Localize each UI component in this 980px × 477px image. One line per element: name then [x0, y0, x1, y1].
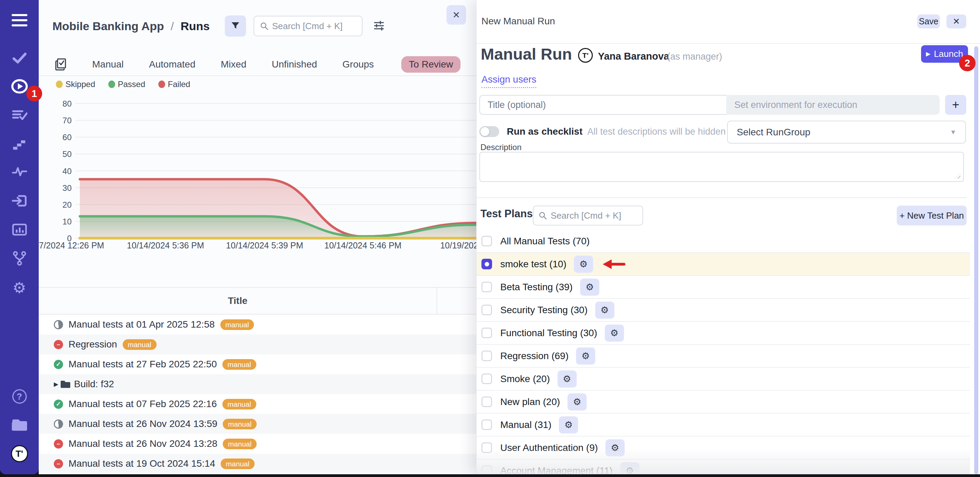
- expand-caret-icon[interactable]: ▶: [54, 381, 58, 388]
- sidebar: ⚙ ? T': [0, 0, 39, 474]
- run-table-row[interactable]: Manual tests at 01 Apr 2025 12:58manual: [39, 315, 476, 334]
- run-table-row[interactable]: –Manual tests at 26 Nov 2024 13:28manual: [39, 434, 476, 454]
- runs-play-icon[interactable]: [11, 78, 29, 95]
- test-plan-row[interactable]: Security Testing (30)⚙: [477, 299, 970, 322]
- test-plan-checkbox[interactable]: [481, 420, 492, 430]
- test-plans-icon[interactable]: [11, 106, 29, 124]
- chart-legend: SkippedPassedFailed: [56, 80, 190, 89]
- test-plan-settings-gear-icon[interactable]: ⚙: [605, 324, 624, 342]
- add-environment-button[interactable]: +: [945, 95, 966, 115]
- test-plan-row[interactable]: Regression (69)⚙: [477, 345, 970, 368]
- test-plan-checkbox[interactable]: [481, 396, 492, 407]
- test-plan-label: User Authentication (9): [500, 442, 598, 453]
- legend-item-failed[interactable]: Failed: [158, 80, 190, 89]
- filter-button[interactable]: [225, 16, 246, 37]
- test-plan-settings-gear-icon[interactable]: ⚙: [620, 462, 640, 475]
- environment-input[interactable]: [726, 95, 940, 115]
- test-plan-settings-gear-icon[interactable]: ⚙: [580, 278, 599, 296]
- run-table-row[interactable]: ✓Manual tests at 07 Feb 2025 22:16manual: [39, 394, 476, 414]
- view-settings-sliders-icon[interactable]: [372, 19, 386, 33]
- test-plan-label: smoke test (10): [500, 259, 566, 270]
- screen-bottom-strip: [0, 474, 980, 477]
- runs-panel-close-button[interactable]: ✕: [447, 5, 466, 25]
- test-plan-row[interactable]: New plan (20)⚙: [477, 391, 970, 413]
- tests-check-icon[interactable]: [11, 49, 29, 67]
- new-test-plan-button[interactable]: + New Test Plan: [897, 206, 967, 226]
- test-plan-checkbox[interactable]: [481, 351, 492, 361]
- tab-to-review[interactable]: To Review: [401, 56, 461, 73]
- run-as-checklist-toggle[interactable]: [479, 126, 499, 137]
- tab-unfinished[interactable]: Unfinished: [272, 59, 317, 70]
- projects-folder-icon[interactable]: [11, 416, 29, 434]
- test-plan-checkbox[interactable]: [481, 465, 492, 474]
- runs-panel: Mobile Banking App / Runs ✕ Manual Autom…: [39, 0, 476, 474]
- test-plans-search-input[interactable]: [550, 210, 638, 221]
- run-title-text: Manual tests at 26 Nov 2024 13:59: [68, 418, 217, 429]
- test-plan-label: Functional Testing (30): [500, 328, 597, 339]
- tab-automated[interactable]: Automated: [149, 59, 195, 70]
- app-logo[interactable]: T': [11, 445, 29, 463]
- analytics-icon[interactable]: [11, 221, 29, 238]
- breadcrumb-project[interactable]: Mobile Banking App: [52, 19, 164, 33]
- run-type-badge: manual: [220, 320, 254, 330]
- tab-manual[interactable]: Manual: [92, 59, 124, 70]
- run-table-row[interactable]: –Manual tests at 19 Oct 2024 15:14manual: [39, 454, 476, 474]
- run-table-row[interactable]: ✓Manual tests at 27 Feb 2025 22:50manual: [39, 354, 476, 374]
- test-plan-settings-gear-icon[interactable]: ⚙: [557, 370, 577, 388]
- test-plan-settings-gear-icon[interactable]: ⚙: [576, 347, 595, 365]
- test-plan-settings-gear-icon[interactable]: ⚙: [559, 417, 578, 434]
- rungroup-select[interactable]: Select RunGroup ▼: [727, 121, 966, 143]
- activity-pulse-icon[interactable]: [11, 163, 29, 181]
- svg-text:50: 50: [62, 149, 72, 159]
- test-plan-checkbox[interactable]: [481, 328, 492, 338]
- test-plan-settings-gear-icon[interactable]: ⚙: [606, 439, 625, 456]
- steps-icon[interactable]: [11, 135, 29, 153]
- test-plan-row[interactable]: Smoke (20)⚙: [477, 368, 970, 391]
- run-table-row[interactable]: ▶Build: f32: [39, 374, 476, 394]
- menu-icon[interactable]: [11, 11, 29, 29]
- test-plan-row[interactable]: Manual (31)⚙: [477, 413, 970, 437]
- run-title-input[interactable]: [479, 95, 729, 115]
- test-plan-row[interactable]: Beta Testing (39)⚙: [477, 276, 970, 299]
- test-plan-row[interactable]: Account Management (11)⚙: [477, 460, 970, 474]
- checklist-tab-icon[interactable]: [54, 58, 67, 71]
- test-plan-checkbox[interactable]: [481, 442, 492, 453]
- legend-item-passed[interactable]: Passed: [108, 80, 145, 89]
- test-plan-settings-gear-icon[interactable]: ⚙: [574, 256, 593, 273]
- breadcrumb-page: Runs: [181, 19, 210, 33]
- run-type-badge: manual: [223, 359, 256, 370]
- test-plan-checkbox[interactable]: [481, 236, 492, 246]
- run-title-text: Build: f32: [74, 378, 114, 390]
- panel-scrollbar[interactable]: [974, 46, 978, 474]
- run-table-row[interactable]: –Regressionmanual: [39, 334, 476, 354]
- test-plan-row[interactable]: User Authentication (9)⚙: [477, 437, 970, 460]
- legend-item-skipped[interactable]: Skipped: [56, 80, 95, 89]
- test-plan-row[interactable]: Functional Testing (30)⚙: [477, 322, 970, 345]
- test-plan-row[interactable]: smoke test (10)⚙: [477, 253, 970, 276]
- import-icon[interactable]: [11, 192, 29, 210]
- save-button[interactable]: Save: [917, 14, 940, 29]
- description-textarea[interactable]: [479, 152, 964, 182]
- settings-gear-icon[interactable]: ⚙: [11, 278, 29, 296]
- test-plan-row[interactable]: All Manual Tests (70): [477, 230, 970, 253]
- test-plan-checkbox[interactable]: [481, 374, 492, 384]
- test-plan-checkbox[interactable]: [481, 282, 492, 292]
- tab-mixed[interactable]: Mixed: [221, 59, 247, 70]
- run-table-row[interactable]: Manual tests at 26 Nov 2024 13:59manual: [39, 414, 476, 434]
- manager-role-suffix: (as manager): [667, 51, 722, 62]
- test-plan-checkbox[interactable]: [481, 259, 492, 269]
- manager-avatar[interactable]: T': [578, 48, 593, 63]
- runs-search-input[interactable]: [272, 21, 356, 32]
- test-plan-settings-gear-icon[interactable]: ⚙: [595, 302, 614, 319]
- run-type-badge: manual: [221, 458, 255, 469]
- svg-text:40: 40: [62, 167, 72, 176]
- test-plan-checkbox[interactable]: [481, 305, 492, 315]
- help-icon[interactable]: ?: [11, 388, 29, 405]
- assign-users-link[interactable]: Assign users: [481, 74, 536, 88]
- test-plan-settings-gear-icon[interactable]: ⚙: [568, 393, 587, 410]
- folder-icon: [60, 380, 71, 389]
- panel-close-button[interactable]: ✕: [947, 14, 966, 29]
- annotation-step-1-badge: 1: [26, 86, 42, 102]
- branches-icon[interactable]: [11, 250, 29, 267]
- tab-groups[interactable]: Groups: [342, 59, 374, 70]
